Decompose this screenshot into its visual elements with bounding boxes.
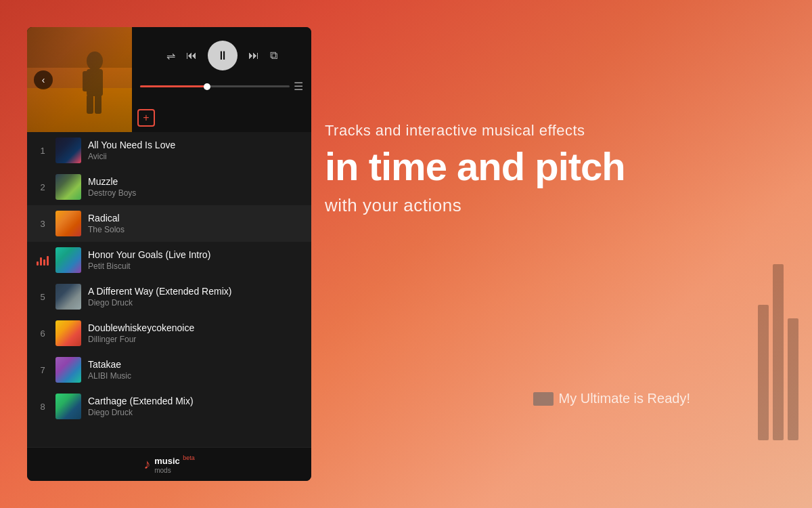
list-item[interactable]: 1 All You Need Is Love Avicii — [27, 132, 311, 169]
next-button[interactable]: ⏭ — [248, 49, 259, 62]
controls-area: ⇌ ⏮ ⏸ ⏭ ⧉ + ☰ — [132, 27, 311, 132]
list-item[interactable]: 8 Carthage (Extended Mix) Diego Druck — [27, 388, 311, 425]
deco-line-3 — [788, 318, 798, 440]
logo-name: music — [154, 456, 180, 466]
logo-beta: beta — [183, 454, 195, 461]
track-title: Radical — [88, 213, 302, 224]
equalizer-bar — [37, 261, 39, 266]
deco-line-1 — [758, 305, 769, 440]
tagline-line3: with your actions — [325, 195, 785, 216]
shuffle-button[interactable]: ⇌ — [166, 49, 175, 62]
progress-track[interactable] — [140, 85, 290, 87]
equalizer-bar — [47, 256, 49, 266]
track-thumbnail — [55, 357, 81, 383]
track-artist: Diego Druck — [88, 298, 302, 308]
track-info: Honor Your Goals (Live Intro) Petit Bisc… — [88, 249, 302, 271]
list-item[interactable]: 7 Tatakae ALIBI Music — [27, 352, 311, 388]
track-info: Muzzle Destroy Boys — [88, 176, 302, 198]
ultimate-badge: My Ultimate is Ready! — [533, 391, 691, 406]
music-player-panel: ‹ ⇌ ⏮ ⏸ ⏭ ⧉ + ☰ — [27, 27, 311, 481]
list-item[interactable]: 5 A Different Way (Extended Remix) Diego… — [27, 278, 311, 315]
promo-text-area: Tracks and interactive musical effects i… — [325, 122, 785, 216]
svg-rect-2 — [27, 88, 132, 132]
svg-rect-4 — [87, 69, 103, 96]
track-artist: ALIBI Music — [88, 371, 302, 381]
track-title: Muzzle — [88, 176, 302, 187]
track-info: Tatakae ALIBI Music — [88, 359, 302, 381]
track-number: 6 — [37, 329, 49, 339]
prev-button[interactable]: ⏮ — [186, 49, 197, 62]
track-info: Doublewhiskeycokenoice Dillinger Four — [88, 322, 302, 344]
queue-icon[interactable]: ☰ — [294, 80, 303, 93]
equalizer-bar — [40, 257, 42, 266]
svg-rect-7 — [87, 95, 93, 114]
list-item[interactable]: 2 Muzzle Destroy Boys — [27, 169, 311, 205]
progress-bar-area: + ☰ — [140, 80, 303, 93]
track-thumbnail — [55, 137, 81, 163]
list-item[interactable]: 6 Doublewhiskeycokenoice Dillinger Four — [27, 315, 311, 352]
logo-icon: ♪ — [143, 457, 150, 472]
track-info: All You Need Is Love Avicii — [88, 140, 302, 161]
svg-rect-8 — [95, 95, 102, 114]
play-pause-button[interactable]: ⏸ — [208, 41, 238, 70]
track-number: 1 — [37, 146, 49, 156]
track-number: 7 — [37, 365, 49, 375]
track-title: Carthage (Extended Mix) — [88, 396, 302, 406]
track-number: 8 — [37, 402, 49, 412]
logo-wordmark: music beta — [154, 454, 195, 467]
play-pause-icon: ⏸ — [217, 49, 229, 63]
track-title: A Different Way (Extended Remix) — [88, 286, 302, 297]
track-artist: Dillinger Four — [88, 335, 302, 344]
track-thumbnail — [55, 211, 81, 236]
track-info: A Different Way (Extended Remix) Diego D… — [88, 286, 302, 308]
airplay-button[interactable]: ⧉ — [270, 49, 277, 62]
track-title: All You Need Is Love — [88, 140, 302, 150]
track-number: 3 — [37, 219, 49, 229]
track-artist: Avicii — [88, 152, 302, 161]
logo-text-block: music beta mods — [154, 454, 195, 474]
tagline-line2: in time and pitch — [325, 145, 785, 188]
svg-rect-6 — [95, 71, 103, 91]
list-item[interactable]: 3 Radical The Solos — [27, 205, 311, 242]
ultimate-icon — [533, 392, 554, 406]
now-playing-header: ‹ ⇌ ⏮ ⏸ ⏭ ⧉ + ☰ — [27, 27, 311, 132]
back-button[interactable]: ‹ — [34, 70, 53, 89]
track-thumbnail — [55, 284, 81, 310]
track-artist: The Solos — [88, 225, 302, 234]
track-info: Radical The Solos — [88, 213, 302, 234]
add-icon: + — [143, 112, 149, 124]
track-artist: Diego Druck — [88, 408, 302, 417]
deco-line-2 — [773, 264, 784, 440]
transport-controls: ⇌ ⏮ ⏸ ⏭ ⧉ — [140, 41, 303, 70]
svg-rect-5 — [83, 71, 91, 91]
progress-thumb — [204, 83, 210, 90]
track-artist: Petit Biscuit — [88, 261, 302, 271]
track-thumbnail — [55, 174, 81, 200]
track-title: Doublewhiskeycokenoice — [88, 322, 302, 333]
track-thumbnail — [55, 247, 81, 273]
list-item[interactable]: Honor Your Goals (Live Intro) Petit Bisc… — [27, 242, 311, 278]
back-icon: ‹ — [42, 75, 45, 85]
logo-product: mods — [154, 467, 195, 474]
track-number: 5 — [37, 292, 49, 302]
add-to-queue-button[interactable]: + — [137, 109, 155, 127]
track-info: Carthage (Extended Mix) Diego Druck — [88, 396, 302, 417]
track-title: Tatakae — [88, 359, 302, 370]
tagline-line1: Tracks and interactive musical effects — [325, 122, 785, 140]
ultimate-text: My Ultimate is Ready! — [559, 391, 691, 406]
player-footer: ♪ music beta mods — [27, 447, 311, 481]
track-number: 2 — [37, 182, 49, 192]
track-number-bars — [37, 255, 49, 266]
track-thumbnail — [55, 320, 81, 346]
track-thumbnail — [55, 394, 81, 419]
equalizer-bar — [43, 259, 45, 266]
track-artist: Destroy Boys — [88, 188, 302, 198]
track-title: Honor Your Goals (Live Intro) — [88, 249, 302, 260]
track-list: 1 All You Need Is Love Avicii 2 Muzzle D… — [27, 132, 311, 447]
svg-point-3 — [87, 51, 103, 70]
progress-fill — [140, 85, 207, 87]
